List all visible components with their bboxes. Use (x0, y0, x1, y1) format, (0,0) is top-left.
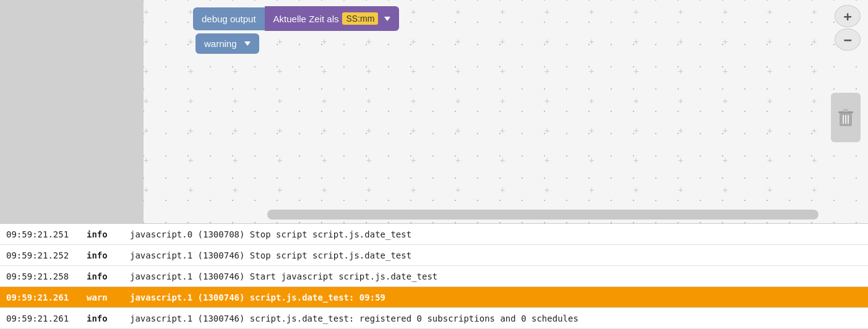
horizontal-scrollbar[interactable] (267, 210, 819, 220)
log-level: info (80, 248, 124, 263)
sidebar (0, 0, 144, 223)
log-message: javascript.0 (1300708) Stop script scrip… (124, 227, 868, 242)
svg-rect-2 (843, 109, 848, 112)
log-row: 09:59:21.252infojavascript.1 (1300746) S… (0, 245, 868, 266)
block-row-1: debug output Aktuelle Zeit als SS:mm (193, 6, 399, 31)
zoom-in-button[interactable]: + (835, 5, 861, 27)
zeit-highlight: SS:mm (342, 12, 378, 25)
zoom-out-button[interactable]: − (835, 28, 861, 51)
log-time: 09:59:21.251 (0, 227, 80, 242)
trash-area[interactable] (831, 93, 861, 142)
zeit-dropdown-arrow[interactable] (384, 17, 390, 21)
log-level: warn (80, 290, 124, 305)
log-level: info (80, 311, 124, 326)
log-message: javascript.1 (1300746) Stop script scrip… (124, 248, 868, 263)
main-canvas[interactable]: + + + + + + + + + + + + + + + + + + + + … (144, 0, 868, 223)
zeit-text: Aktuelle Zeit als (273, 14, 339, 24)
log-message: javascript.1 (1300746) script.js.date_te… (124, 311, 868, 326)
warning-block[interactable]: warning (196, 33, 259, 54)
debug-output-block[interactable]: debug output Aktuelle Zeit als SS:mm war… (193, 6, 399, 54)
canvas-area: + + + + + + + + + + + + + + + + + + + + … (0, 0, 868, 223)
log-message: javascript.1 (1300746) script.js.date_te… (124, 290, 868, 305)
log-level: info (80, 227, 124, 242)
warning-label: warning (204, 38, 237, 49)
blocks-container: debug output Aktuelle Zeit als SS:mm war… (193, 6, 399, 54)
trash-icon (837, 108, 854, 127)
zeit-block[interactable]: Aktuelle Zeit als SS:mm (265, 6, 400, 31)
debug-output-label: debug output (193, 7, 265, 30)
warning-dropdown-arrow[interactable] (244, 41, 251, 46)
log-row: 09:59:21.258infojavascript.1 (1300746) S… (0, 266, 868, 287)
log-time: 09:59:21.258 (0, 269, 80, 284)
log-time: 09:59:21.252 (0, 248, 80, 263)
log-row: 09:59:21.261infojavascript.1 (1300746) s… (0, 308, 868, 329)
log-time: 09:59:21.261 (0, 311, 80, 326)
log-level: info (80, 269, 124, 284)
log-time: 09:59:21.261 (0, 290, 80, 305)
log-message: javascript.1 (1300746) Start javascript … (124, 269, 868, 284)
zoom-controls: + − (835, 5, 861, 51)
log-row: 09:59:21.251infojavascript.0 (1300708) S… (0, 224, 868, 245)
log-area: 09:59:21.251infojavascript.0 (1300708) S… (0, 223, 868, 329)
log-row: 09:59:21.261warnjavascript.1 (1300746) s… (0, 287, 868, 308)
